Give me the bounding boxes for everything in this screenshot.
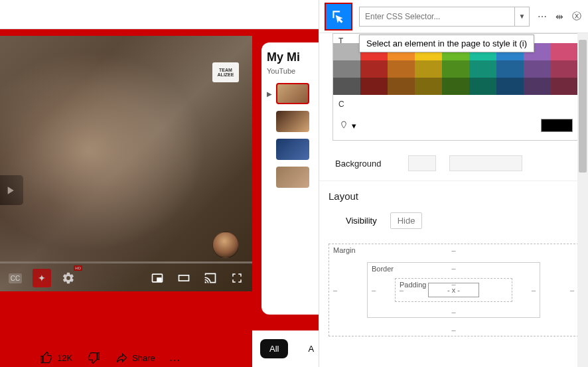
color-swatch[interactable] [496, 78, 524, 95]
more-options-icon[interactable]: ⋯ [536, 11, 548, 22]
video-frame[interactable]: TEAM ALIZEE CC ✦ [0, 36, 252, 291]
like-count: 12K [57, 353, 72, 363]
playlist-panel: My Mi YouTube ▶ [261, 42, 321, 315]
color-swatch[interactable] [388, 60, 415, 78]
color-swatch[interactable] [415, 60, 442, 78]
magic-button[interactable]: ✦ [32, 268, 52, 288]
close-icon[interactable]: ⓧ [571, 11, 583, 23]
color-swatch[interactable] [388, 78, 415, 95]
color-swatch[interactable] [360, 78, 388, 95]
dislike-button[interactable] [87, 351, 100, 364]
selector-dropdown[interactable]: ▼ [514, 7, 529, 26]
color-swatch[interactable] [415, 78, 442, 95]
color-swatch[interactable] [496, 60, 524, 78]
background-color-input[interactable] [408, 155, 436, 171]
playlist-item[interactable]: ▶ [267, 83, 316, 104]
settings-button[interactable] [58, 268, 78, 288]
background-row: Background [319, 146, 588, 181]
picker-tooltip: Select an element in the page to style i… [359, 35, 534, 52]
scrollbar-thumb[interactable] [579, 40, 587, 173]
play-marker-icon: ▶ [267, 90, 273, 98]
color-swatch[interactable] [442, 78, 469, 95]
chevron-down-icon: ▾ [352, 121, 356, 131]
like-button[interactable]: 12K [40, 351, 72, 364]
background-image-input[interactable] [449, 155, 522, 171]
chip-all[interactable]: All [260, 339, 288, 358]
devtools-inspector: ▼ ⋯ ⇹ ⓧ Select an element in the page to… [319, 0, 588, 367]
color-swatch[interactable] [551, 60, 578, 78]
current-color-swatch[interactable] [541, 119, 573, 132]
css-selector-input-group: ▼ [359, 7, 530, 27]
scrollbar[interactable] [577, 33, 588, 367]
inspector-header: ▼ ⋯ ⇹ ⓧ [319, 0, 588, 33]
miniplayer-button[interactable] [147, 268, 167, 288]
video-player[interactable]: TEAM ALIZEE CC ✦ [0, 36, 252, 291]
layout-section-header: Layout [319, 181, 588, 207]
theater-button[interactable] [174, 268, 194, 288]
playlist-item[interactable] [267, 167, 316, 188]
color-swatch[interactable] [442, 60, 469, 78]
fullscreen-button[interactable] [227, 268, 247, 288]
svg-rect-2 [179, 275, 189, 281]
box-model-diagram[interactable]: Margin – – – – Border – – – – Padding – … [329, 244, 579, 336]
playlist-title: My Mi [267, 50, 316, 64]
progress-bar[interactable] [0, 261, 252, 263]
share-button[interactable]: Share [115, 351, 155, 364]
color-swatch[interactable] [551, 78, 578, 95]
color-swatch[interactable] [551, 43, 578, 60]
color-swatch[interactable] [333, 60, 360, 78]
color-swatch[interactable] [333, 78, 360, 95]
svg-rect-0 [153, 274, 163, 282]
playlist-item[interactable] [267, 111, 316, 132]
visibility-label: Visibility [346, 216, 377, 226]
youtube-page: TEAM ALIZEE CC ✦ [0, 29, 319, 367]
palette-tab[interactable]: C [338, 97, 350, 111]
color-swatch[interactable] [360, 60, 388, 78]
playlist-item[interactable] [267, 139, 316, 160]
cc-button[interactable]: CC [5, 268, 25, 288]
player-controls: CC ✦ [0, 265, 252, 291]
eyedropper-button[interactable]: ▾ [338, 120, 356, 131]
css-selector-input[interactable] [360, 7, 514, 26]
color-swatch[interactable] [469, 78, 496, 95]
color-swatch[interactable] [524, 78, 551, 95]
cast-button[interactable] [200, 268, 220, 288]
dock-icon[interactable]: ⇹ [553, 11, 565, 22]
inspector-body: T C ▾ Background Layout Visibility Hide [319, 33, 588, 367]
channel-avatar[interactable] [212, 232, 239, 258]
color-swatch[interactable] [524, 60, 551, 78]
browser-top-bar [0, 0, 319, 29]
video-actions-bar: All A [252, 330, 319, 367]
color-swatch[interactable] [333, 43, 360, 60]
more-button[interactable]: ... [170, 353, 181, 363]
color-swatch[interactable] [469, 60, 496, 78]
video-watermark: TEAM ALIZEE [212, 62, 239, 82]
playlist-subtitle: YouTube [267, 67, 316, 75]
element-picker-button[interactable] [325, 3, 352, 31]
play-button[interactable] [0, 175, 23, 205]
svg-rect-1 [157, 278, 161, 281]
hide-button[interactable]: Hide [390, 212, 423, 229]
